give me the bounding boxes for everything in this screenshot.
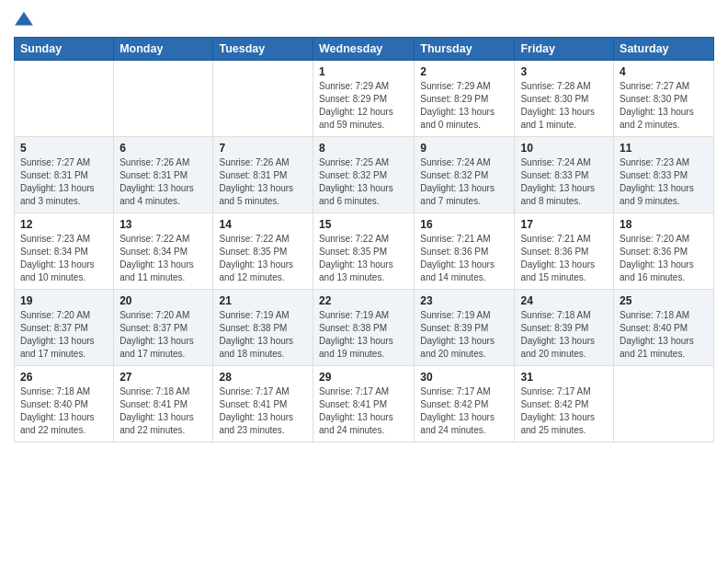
day-cell: 2Sunrise: 7:29 AM Sunset: 8:29 PM Daylig…	[415, 61, 515, 137]
day-header-monday: Monday	[114, 38, 213, 61]
day-number: 27	[119, 371, 207, 384]
day-cell: 14Sunrise: 7:22 AM Sunset: 8:35 PM Dayli…	[213, 213, 313, 290]
day-cell: 24Sunrise: 7:18 AM Sunset: 8:39 PM Dayli…	[515, 290, 614, 366]
day-number: 20	[119, 294, 207, 307]
calendar-table: SundayMondayTuesdayWednesdayThursdayFrid…	[14, 37, 714, 442]
day-info: Sunrise: 7:17 AM Sunset: 8:41 PM Dayligh…	[219, 385, 307, 437]
day-info: Sunrise: 7:17 AM Sunset: 8:42 PM Dayligh…	[520, 385, 608, 437]
day-number: 12	[20, 218, 108, 231]
day-cell: 1Sunrise: 7:29 AM Sunset: 8:29 PM Daylig…	[313, 61, 415, 137]
week-row-2: 5Sunrise: 7:27 AM Sunset: 8:31 PM Daylig…	[15, 137, 714, 213]
day-number: 2	[420, 65, 508, 78]
day-info: Sunrise: 7:22 AM Sunset: 8:35 PM Dayligh…	[219, 233, 307, 284]
day-cell: 10Sunrise: 7:24 AM Sunset: 8:33 PM Dayli…	[515, 137, 614, 213]
day-info: Sunrise: 7:28 AM Sunset: 8:30 PM Dayligh…	[520, 80, 608, 132]
day-info: Sunrise: 7:17 AM Sunset: 8:41 PM Dayligh…	[319, 385, 408, 437]
day-cell: 23Sunrise: 7:19 AM Sunset: 8:39 PM Dayli…	[415, 290, 515, 366]
day-number: 9	[420, 142, 508, 155]
day-info: Sunrise: 7:27 AM Sunset: 8:30 PM Dayligh…	[620, 80, 708, 132]
day-info: Sunrise: 7:20 AM Sunset: 8:37 PM Dayligh…	[119, 309, 207, 361]
day-cell: 25Sunrise: 7:18 AM Sunset: 8:40 PM Dayli…	[614, 290, 714, 366]
day-header-tuesday: Tuesday	[213, 38, 313, 61]
day-info: Sunrise: 7:24 AM Sunset: 8:32 PM Dayligh…	[420, 156, 508, 208]
day-number: 10	[520, 142, 608, 155]
day-info: Sunrise: 7:21 AM Sunset: 8:36 PM Dayligh…	[520, 233, 608, 284]
day-number: 4	[620, 65, 708, 78]
day-number: 17	[520, 218, 608, 231]
day-info: Sunrise: 7:21 AM Sunset: 8:36 PM Dayligh…	[420, 233, 508, 284]
logo	[14, 9, 38, 29]
day-header-thursday: Thursday	[415, 38, 515, 61]
day-info: Sunrise: 7:23 AM Sunset: 8:34 PM Dayligh…	[20, 233, 108, 284]
day-cell: 29Sunrise: 7:17 AM Sunset: 8:41 PM Dayli…	[313, 366, 415, 442]
day-number: 5	[20, 142, 108, 155]
day-info: Sunrise: 7:20 AM Sunset: 8:36 PM Dayligh…	[620, 233, 708, 284]
day-number: 6	[119, 142, 207, 155]
day-header-wednesday: Wednesday	[313, 38, 415, 61]
day-cell: 20Sunrise: 7:20 AM Sunset: 8:37 PM Dayli…	[114, 290, 213, 366]
day-number: 1	[319, 65, 408, 78]
day-info: Sunrise: 7:26 AM Sunset: 8:31 PM Dayligh…	[219, 156, 307, 208]
day-cell: 26Sunrise: 7:18 AM Sunset: 8:40 PM Dayli…	[15, 366, 114, 442]
day-info: Sunrise: 7:19 AM Sunset: 8:38 PM Dayligh…	[319, 309, 408, 361]
day-header-friday: Friday	[515, 38, 614, 61]
day-cell: 6Sunrise: 7:26 AM Sunset: 8:31 PM Daylig…	[114, 137, 213, 213]
day-info: Sunrise: 7:18 AM Sunset: 8:40 PM Dayligh…	[20, 385, 108, 437]
day-cell	[114, 61, 213, 137]
page: SundayMondayTuesdayWednesdayThursdayFrid…	[0, 0, 728, 456]
day-number: 30	[420, 371, 508, 384]
day-number: 29	[319, 371, 408, 384]
logo-icon	[14, 9, 34, 29]
day-cell: 5Sunrise: 7:27 AM Sunset: 8:31 PM Daylig…	[15, 137, 114, 213]
day-number: 3	[520, 65, 608, 78]
day-number: 11	[620, 142, 708, 155]
header	[14, 9, 714, 29]
day-cell: 7Sunrise: 7:26 AM Sunset: 8:31 PM Daylig…	[213, 137, 313, 213]
day-info: Sunrise: 7:18 AM Sunset: 8:41 PM Dayligh…	[119, 385, 207, 437]
day-cell: 18Sunrise: 7:20 AM Sunset: 8:36 PM Dayli…	[614, 213, 714, 290]
day-number: 28	[219, 371, 307, 384]
day-info: Sunrise: 7:25 AM Sunset: 8:32 PM Dayligh…	[319, 156, 408, 208]
day-info: Sunrise: 7:27 AM Sunset: 8:31 PM Dayligh…	[20, 156, 108, 208]
day-cell: 31Sunrise: 7:17 AM Sunset: 8:42 PM Dayli…	[515, 366, 614, 442]
week-row-1: 1Sunrise: 7:29 AM Sunset: 8:29 PM Daylig…	[15, 61, 714, 137]
header-row: SundayMondayTuesdayWednesdayThursdayFrid…	[15, 38, 714, 61]
day-header-saturday: Saturday	[614, 38, 714, 61]
day-cell: 8Sunrise: 7:25 AM Sunset: 8:32 PM Daylig…	[313, 137, 415, 213]
day-cell: 27Sunrise: 7:18 AM Sunset: 8:41 PM Dayli…	[114, 366, 213, 442]
day-cell: 22Sunrise: 7:19 AM Sunset: 8:38 PM Dayli…	[313, 290, 415, 366]
day-cell	[15, 61, 114, 137]
day-info: Sunrise: 7:29 AM Sunset: 8:29 PM Dayligh…	[319, 80, 408, 132]
day-cell: 30Sunrise: 7:17 AM Sunset: 8:42 PM Dayli…	[415, 366, 515, 442]
day-info: Sunrise: 7:22 AM Sunset: 8:34 PM Dayligh…	[119, 233, 207, 284]
day-cell: 12Sunrise: 7:23 AM Sunset: 8:34 PM Dayli…	[15, 213, 114, 290]
day-info: Sunrise: 7:17 AM Sunset: 8:42 PM Dayligh…	[420, 385, 508, 437]
day-number: 21	[219, 294, 307, 307]
week-row-5: 26Sunrise: 7:18 AM Sunset: 8:40 PM Dayli…	[15, 366, 714, 442]
day-number: 14	[219, 218, 307, 231]
day-cell: 3Sunrise: 7:28 AM Sunset: 8:30 PM Daylig…	[515, 61, 614, 137]
day-number: 16	[420, 218, 508, 231]
day-number: 15	[319, 218, 408, 231]
day-info: Sunrise: 7:19 AM Sunset: 8:39 PM Dayligh…	[420, 309, 508, 361]
day-info: Sunrise: 7:18 AM Sunset: 8:39 PM Dayligh…	[520, 309, 608, 361]
day-info: Sunrise: 7:24 AM Sunset: 8:33 PM Dayligh…	[520, 156, 608, 208]
day-cell	[614, 366, 714, 442]
day-number: 24	[520, 294, 608, 307]
day-number: 25	[620, 294, 708, 307]
day-number: 22	[319, 294, 408, 307]
day-number: 23	[420, 294, 508, 307]
day-cell: 11Sunrise: 7:23 AM Sunset: 8:33 PM Dayli…	[614, 137, 714, 213]
day-cell: 19Sunrise: 7:20 AM Sunset: 8:37 PM Dayli…	[15, 290, 114, 366]
day-cell	[213, 61, 313, 137]
day-number: 31	[520, 371, 608, 384]
day-cell: 21Sunrise: 7:19 AM Sunset: 8:38 PM Dayli…	[213, 290, 313, 366]
day-cell: 28Sunrise: 7:17 AM Sunset: 8:41 PM Dayli…	[213, 366, 313, 442]
day-number: 7	[219, 142, 307, 155]
day-number: 19	[20, 294, 108, 307]
day-info: Sunrise: 7:29 AM Sunset: 8:29 PM Dayligh…	[420, 80, 508, 132]
day-cell: 16Sunrise: 7:21 AM Sunset: 8:36 PM Dayli…	[415, 213, 515, 290]
day-cell: 17Sunrise: 7:21 AM Sunset: 8:36 PM Dayli…	[515, 213, 614, 290]
day-info: Sunrise: 7:23 AM Sunset: 8:33 PM Dayligh…	[620, 156, 708, 208]
day-number: 18	[620, 218, 708, 231]
